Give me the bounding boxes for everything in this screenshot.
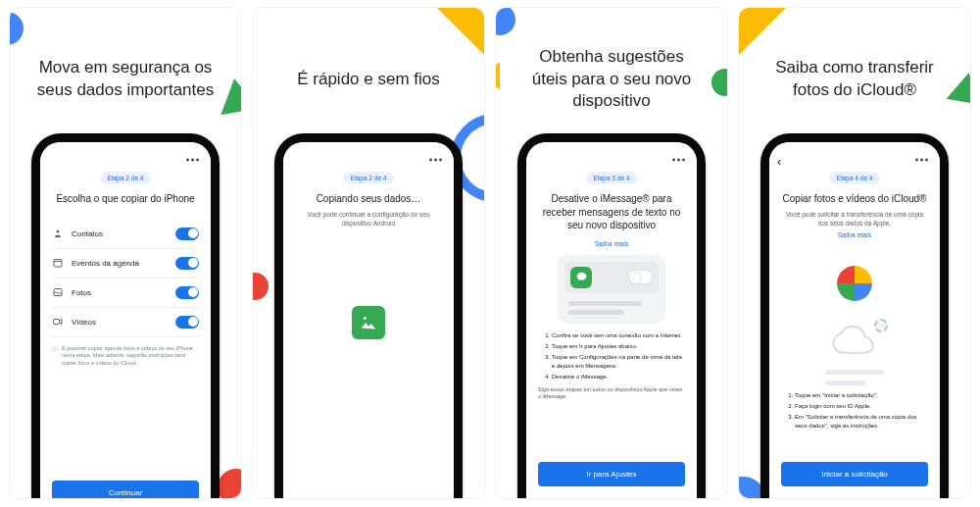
screen-subtitle: Você pode solicitar a transferência de u… [769,210,940,228]
toggle-label: Fotos [72,288,91,297]
step-badge: Etapa 2 de 4 [100,172,152,184]
panel-title: Mova em segurança os seus dados importan… [10,8,241,126]
screen-title: Copiando seus dados… [283,184,454,210]
toggle-row-videos[interactable]: Vídeos [52,308,199,337]
phone-frame: ⋯ Etapa 3 de 4 Desative o iMessage® para… [517,133,706,498]
copying-photo-icon [352,306,385,339]
appstore-screenshot-2: É rápido e sem fios ⋯ Etapa 2 de 4 Copia… [253,8,484,498]
bottom-bar: Iniciar a solicitação [769,452,940,486]
bottom-bar: Continuar [40,471,211,498]
phone-screen: ⋯ Etapa 2 de 4 Copiando seus dados… Você… [283,142,454,498]
instruction-step: Desative o iMessage. [552,373,685,381]
phone-screen: ‹ ⋯ Etapa 4 de 4 Copiar fotos e vídeos d… [769,142,940,498]
instruction-step: Toque em "Iniciar a solicitação". [795,391,928,400]
svg-rect-3 [54,320,60,325]
skip-link[interactable]: Pular [769,486,940,498]
instruction-step: Faça login com seu ID Apple. [795,402,928,411]
more-icon[interactable]: ⋯ [185,150,201,168]
calendar-icon [52,257,64,269]
phone-frame: ‹ ⋯ Etapa 4 de 4 Copiar fotos e vídeos d… [760,133,949,498]
toggle-switch[interactable] [175,257,199,270]
info-hint: É possível copiar apenas fotos e vídeos … [52,337,199,368]
more-icon[interactable]: ⋯ [914,150,930,168]
screen-topbar: ⋯ [526,142,697,170]
cloud-check-icon [874,319,888,332]
instruction-step: Em "Solicitar a transferência de uma cóp… [795,413,928,431]
more-icon[interactable]: ⋯ [428,150,444,168]
step-badge: Etapa 2 de 4 [343,172,395,184]
toggle-label: Contatos [72,229,103,238]
start-request-button[interactable]: Iniciar a solicitação [781,462,928,486]
step-badge: Etapa 3 de 4 [586,172,638,184]
svg-point-0 [57,230,60,233]
imessage-toggle-off [627,270,653,284]
screen-title: Escolha o que copiar do iPhone [40,184,211,210]
icloud-graphic [825,325,884,385]
screen-topbar: ‹ ⋯ [769,142,940,170]
appstore-screenshot-4: Saiba como transferir fotos do iCloud® ‹… [739,8,970,498]
toggle-switch[interactable] [175,316,199,329]
panel-title: Obtenha sugestões úteis para o seu novo … [496,8,727,126]
learn-more-link[interactable]: Saiba mais [769,231,940,238]
step-badge: Etapa 4 de 4 [829,172,881,184]
skip-link[interactable]: Pular [526,486,697,498]
toggle-row-contatos[interactable]: Contatos [52,220,199,249]
google-photos-icon [827,256,882,311]
phone-screen: ⋯ Etapa 3 de 4 Desative o iMessage® para… [526,142,697,498]
toggle-label: Vídeos [72,318,96,327]
continue-button[interactable]: Continuar [52,481,199,498]
svg-rect-1 [54,260,62,268]
appstore-screenshot-3: Obtenha sugestões úteis para o seu novo … [496,8,727,498]
more-icon[interactable]: ⋯ [671,150,687,168]
screen-title: Copiar fotos e vídeos do iCloud® [769,184,940,210]
copy-progress-area [283,228,454,488]
instructions-list: Toque em "Iniciar a solicitação". Faça l… [769,385,940,452]
toggle-list: Contatos Eventos da agenda [40,210,211,472]
instruction-step: Confira se você tem uma conexão com a In… [552,331,685,340]
phone-frame: ⋯ Etapa 2 de 4 Copiando seus dados… Você… [274,133,463,498]
phone-frame: ⋯ Etapa 2 de 4 Escolha o que copiar do i… [31,133,220,498]
back-icon[interactable]: ‹ [777,154,781,169]
instruction-step: Toque em Configurações na parte de cima … [552,353,685,371]
toggle-switch[interactable] [175,228,199,240]
imessage-graphic [558,255,665,324]
photos-icon [52,286,64,298]
deco-red-circle [253,273,269,300]
screen-subtitle: Você pode continuar a configuração do se… [283,210,454,228]
contacts-icon [52,228,64,239]
deco-yellow-corner [739,8,786,55]
svg-point-4 [364,317,367,320]
videos-icon [52,316,64,328]
learn-more-link[interactable]: Saiba mais [526,240,697,247]
deco-green-triangle [215,76,241,115]
instruction-note: Siga essas etapas em todos os dispositiv… [538,386,685,401]
screen-title: Desative o iMessage® para receber mensag… [526,184,697,236]
screen-topbar: ⋯ [40,142,211,170]
toggle-row-eventos[interactable]: Eventos da agenda [52,249,199,279]
bottom-bar: Mantenha este app aberto [283,488,454,498]
messages-app-icon [570,267,592,288]
toggle-switch[interactable] [175,286,199,299]
appstore-screenshot-1: Mova em segurança os seus dados importan… [10,8,241,498]
go-to-settings-button[interactable]: Ir para Ajustes [538,462,685,486]
instruction-step: Toque em Ir para Ajustes abaixo. [552,342,685,351]
screen-topbar: ⋯ [283,142,454,170]
toggle-label: Eventos da agenda [72,259,139,268]
bottom-bar: Ir para Ajustes [526,452,697,486]
phone-screen: ⋯ Etapa 2 de 4 Escolha o que copiar do i… [40,142,211,498]
deco-yellow-corner [437,8,484,55]
instructions-list: Confira se você tem uma conexão com a In… [526,328,697,453]
toggle-row-fotos[interactable]: Fotos [52,279,199,308]
deco-red-circle [218,469,241,498]
